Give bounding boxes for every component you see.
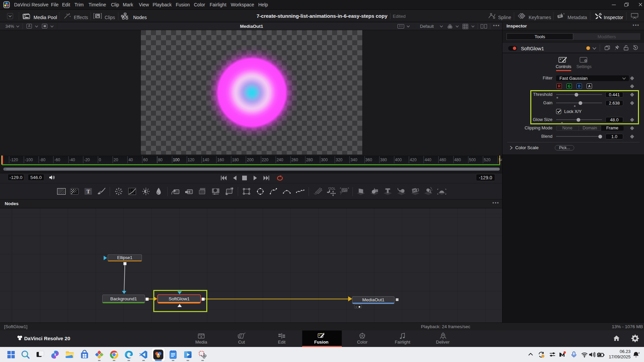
svg-text:z: z <box>638 351 640 354</box>
svg-text:T: T <box>87 189 90 194</box>
